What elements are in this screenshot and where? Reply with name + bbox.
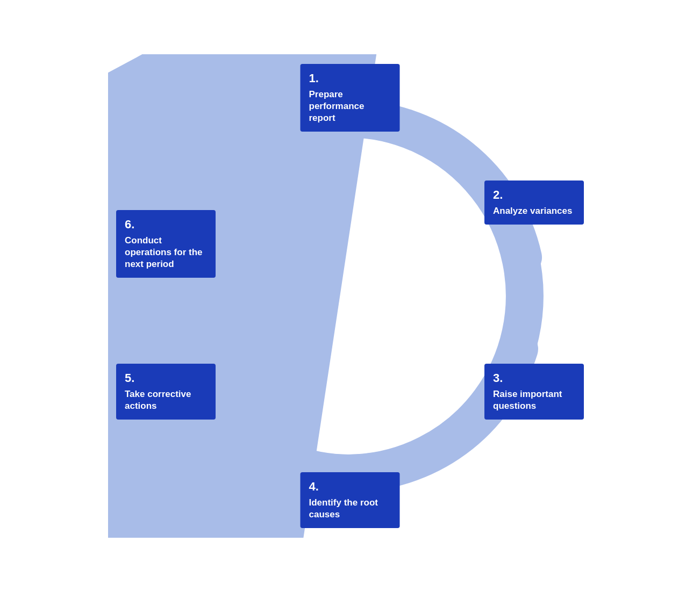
step-1-box: 1. Prepare performance report [301,64,400,132]
step-4-number: 4. [309,480,391,494]
step-5-label: Take corrective actions [125,389,191,411]
step-4-box: 4. Identify the root causes [301,472,400,528]
step-6-box: 6. Conduct operations for the next perio… [116,210,216,278]
step-1-label: Prepare performance report [309,89,365,123]
step-2-number: 2. [493,188,575,202]
step-2-box: 2. Analyze variances [484,181,584,225]
step-5-box: 5. Take corrective actions [116,364,216,420]
step-4-label: Identify the root causes [309,497,378,519]
step-2-label: Analyze variances [493,206,572,216]
step-3-label: Raise important questions [493,389,562,411]
cycle-diagram: 1. Prepare performance report 2. Analyze… [108,54,592,538]
step-5-number: 5. [125,371,207,385]
step-6-label: Conduct operations for the next period [125,235,203,269]
step-6-number: 6. [125,218,207,232]
step-1-number: 1. [309,71,391,85]
step-3-box: 3. Raise important questions [484,364,584,420]
step-3-number: 3. [493,371,575,385]
